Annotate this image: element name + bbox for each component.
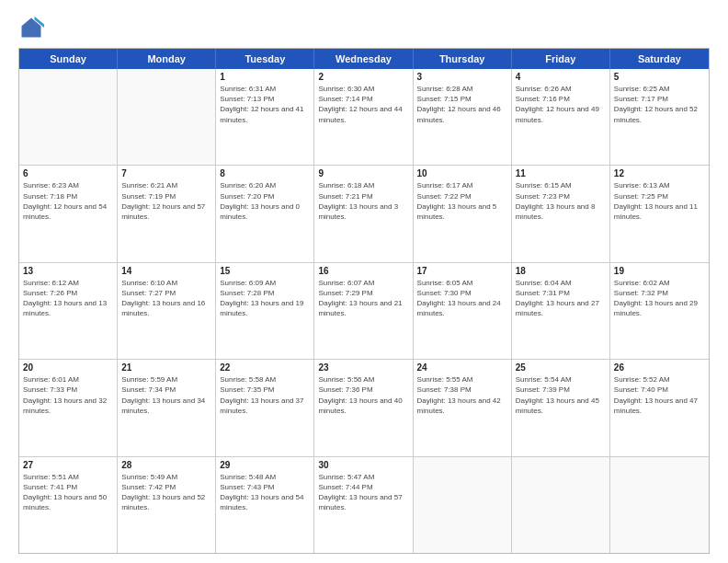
day-info: Sunrise: 6:09 AMSunset: 7:28 PMDaylight:…: [220, 278, 310, 319]
day-cell-6: 6Sunrise: 6:23 AMSunset: 7:18 PMDaylight…: [19, 166, 118, 261]
day-cell-25: 25Sunrise: 5:54 AMSunset: 7:39 PMDayligh…: [512, 360, 610, 455]
empty-cell: [414, 457, 512, 553]
day-number: 1: [220, 72, 310, 82]
calendar-row-1: 1Sunrise: 6:31 AMSunset: 7:13 PMDaylight…: [19, 69, 709, 165]
day-number: 15: [220, 266, 310, 276]
day-cell-14: 14Sunrise: 6:10 AMSunset: 7:27 PMDayligh…: [118, 263, 216, 359]
empty-cell: [118, 69, 216, 165]
day-cell-7: 7Sunrise: 6:21 AMSunset: 7:19 PMDaylight…: [118, 166, 216, 261]
day-info: Sunrise: 6:02 AMSunset: 7:32 PMDaylight:…: [614, 278, 705, 319]
calendar: SundayMondayTuesdayWednesdayThursdayFrid…: [18, 48, 710, 554]
weekday-header-thursday: Thursday: [414, 49, 512, 69]
day-cell-16: 16Sunrise: 6:07 AMSunset: 7:29 PMDayligh…: [314, 263, 413, 359]
day-info: Sunrise: 6:07 AMSunset: 7:29 PMDaylight:…: [318, 278, 408, 319]
day-number: 7: [121, 168, 211, 178]
day-cell-19: 19Sunrise: 6:02 AMSunset: 7:32 PMDayligh…: [610, 263, 709, 359]
day-number: 8: [220, 168, 310, 178]
day-info: Sunrise: 5:47 AMSunset: 7:44 PMDaylight:…: [318, 472, 408, 513]
weekday-header-friday: Friday: [512, 49, 610, 69]
calendar-row-5: 27Sunrise: 5:51 AMSunset: 7:41 PMDayligh…: [19, 456, 709, 553]
calendar-body: 1Sunrise: 6:31 AMSunset: 7:13 PMDaylight…: [19, 69, 709, 553]
day-cell-12: 12Sunrise: 6:13 AMSunset: 7:25 PMDayligh…: [610, 166, 709, 261]
day-number: 22: [220, 362, 310, 373]
day-number: 2: [318, 72, 408, 82]
day-number: 16: [318, 266, 408, 276]
day-info: Sunrise: 5:54 AMSunset: 7:39 PMDaylight:…: [516, 374, 606, 416]
day-cell-26: 26Sunrise: 5:52 AMSunset: 7:40 PMDayligh…: [610, 360, 709, 455]
day-info: Sunrise: 6:21 AMSunset: 7:19 PMDaylight:…: [121, 180, 211, 222]
day-info: Sunrise: 6:01 AMSunset: 7:33 PMDaylight:…: [23, 374, 113, 416]
day-number: 4: [516, 72, 606, 82]
day-cell-21: 21Sunrise: 5:59 AMSunset: 7:34 PMDayligh…: [118, 360, 216, 455]
empty-cell: [610, 457, 709, 553]
day-number: 30: [318, 460, 408, 470]
day-cell-8: 8Sunrise: 6:20 AMSunset: 7:20 PMDaylight…: [216, 166, 314, 261]
day-info: Sunrise: 6:30 AMSunset: 7:14 PMDaylight:…: [318, 84, 408, 125]
day-number: 29: [220, 460, 310, 470]
day-number: 6: [23, 168, 113, 178]
day-info: Sunrise: 6:15 AMSunset: 7:23 PMDaylight:…: [516, 180, 606, 222]
day-number: 11: [516, 168, 606, 178]
day-info: Sunrise: 6:25 AMSunset: 7:17 PMDaylight:…: [614, 84, 705, 125]
header: [18, 15, 710, 40]
day-cell-2: 2Sunrise: 6:30 AMSunset: 7:14 PMDaylight…: [314, 69, 413, 165]
day-number: 17: [417, 266, 507, 276]
calendar-row-2: 6Sunrise: 6:23 AMSunset: 7:18 PMDaylight…: [19, 165, 709, 261]
day-cell-13: 13Sunrise: 6:12 AMSunset: 7:26 PMDayligh…: [19, 263, 118, 359]
day-cell-29: 29Sunrise: 5:48 AMSunset: 7:43 PMDayligh…: [216, 457, 314, 553]
day-number: 23: [318, 362, 408, 373]
day-cell-17: 17Sunrise: 6:05 AMSunset: 7:30 PMDayligh…: [414, 263, 512, 359]
day-number: 28: [121, 460, 211, 470]
day-number: 20: [23, 362, 113, 373]
weekday-header-tuesday: Tuesday: [216, 49, 314, 69]
day-cell-28: 28Sunrise: 5:49 AMSunset: 7:42 PMDayligh…: [118, 457, 216, 553]
day-number: 25: [516, 362, 606, 373]
day-number: 13: [23, 266, 113, 276]
day-info: Sunrise: 6:28 AMSunset: 7:15 PMDaylight:…: [417, 84, 507, 125]
day-cell-15: 15Sunrise: 6:09 AMSunset: 7:28 PMDayligh…: [216, 263, 314, 359]
weekday-header-sunday: Sunday: [19, 49, 118, 69]
day-cell-1: 1Sunrise: 6:31 AMSunset: 7:13 PMDaylight…: [216, 69, 314, 165]
day-cell-30: 30Sunrise: 5:47 AMSunset: 7:44 PMDayligh…: [314, 457, 413, 553]
day-info: Sunrise: 6:20 AMSunset: 7:20 PMDaylight:…: [220, 180, 310, 222]
day-cell-4: 4Sunrise: 6:26 AMSunset: 7:16 PMDaylight…: [512, 69, 610, 165]
day-number: 14: [121, 266, 211, 276]
calendar-row-4: 20Sunrise: 6:01 AMSunset: 7:33 PMDayligh…: [19, 359, 709, 455]
day-info: Sunrise: 6:12 AMSunset: 7:26 PMDaylight:…: [23, 278, 113, 319]
weekday-header-monday: Monday: [118, 49, 216, 69]
day-info: Sunrise: 6:18 AMSunset: 7:21 PMDaylight:…: [318, 180, 408, 222]
day-cell-11: 11Sunrise: 6:15 AMSunset: 7:23 PMDayligh…: [512, 166, 610, 261]
day-number: 10: [417, 168, 507, 178]
day-cell-10: 10Sunrise: 6:17 AMSunset: 7:22 PMDayligh…: [414, 166, 512, 261]
day-cell-3: 3Sunrise: 6:28 AMSunset: 7:15 PMDaylight…: [414, 69, 512, 165]
day-number: 27: [23, 460, 113, 470]
logo-icon: [18, 15, 44, 40]
day-cell-9: 9Sunrise: 6:18 AMSunset: 7:21 PMDaylight…: [314, 166, 413, 261]
day-cell-20: 20Sunrise: 6:01 AMSunset: 7:33 PMDayligh…: [19, 360, 118, 455]
day-info: Sunrise: 6:17 AMSunset: 7:22 PMDaylight:…: [417, 180, 507, 222]
day-info: Sunrise: 5:59 AMSunset: 7:34 PMDaylight:…: [121, 374, 211, 416]
day-number: 5: [614, 72, 705, 82]
day-info: Sunrise: 6:04 AMSunset: 7:31 PMDaylight:…: [516, 278, 606, 319]
day-info: Sunrise: 5:58 AMSunset: 7:35 PMDaylight:…: [220, 374, 310, 416]
day-info: Sunrise: 5:51 AMSunset: 7:41 PMDaylight:…: [23, 472, 113, 513]
day-cell-18: 18Sunrise: 6:04 AMSunset: 7:31 PMDayligh…: [512, 263, 610, 359]
weekday-header-wednesday: Wednesday: [314, 49, 413, 69]
page: SundayMondayTuesdayWednesdayThursdayFrid…: [0, 0, 728, 563]
calendar-row-3: 13Sunrise: 6:12 AMSunset: 7:26 PMDayligh…: [19, 262, 709, 359]
day-number: 19: [614, 266, 705, 276]
day-info: Sunrise: 5:56 AMSunset: 7:36 PMDaylight:…: [318, 374, 408, 416]
day-number: 24: [417, 362, 507, 373]
day-number: 3: [417, 72, 507, 82]
day-info: Sunrise: 5:52 AMSunset: 7:40 PMDaylight:…: [614, 374, 705, 416]
day-number: 12: [614, 168, 705, 178]
day-cell-23: 23Sunrise: 5:56 AMSunset: 7:36 PMDayligh…: [314, 360, 413, 455]
day-cell-24: 24Sunrise: 5:55 AMSunset: 7:38 PMDayligh…: [414, 360, 512, 455]
day-info: Sunrise: 5:48 AMSunset: 7:43 PMDaylight:…: [220, 472, 310, 513]
day-info: Sunrise: 6:31 AMSunset: 7:13 PMDaylight:…: [220, 84, 310, 125]
empty-cell: [19, 69, 118, 165]
day-number: 18: [516, 266, 606, 276]
day-cell-22: 22Sunrise: 5:58 AMSunset: 7:35 PMDayligh…: [216, 360, 314, 455]
day-info: Sunrise: 6:26 AMSunset: 7:16 PMDaylight:…: [516, 84, 606, 125]
day-number: 21: [121, 362, 211, 373]
